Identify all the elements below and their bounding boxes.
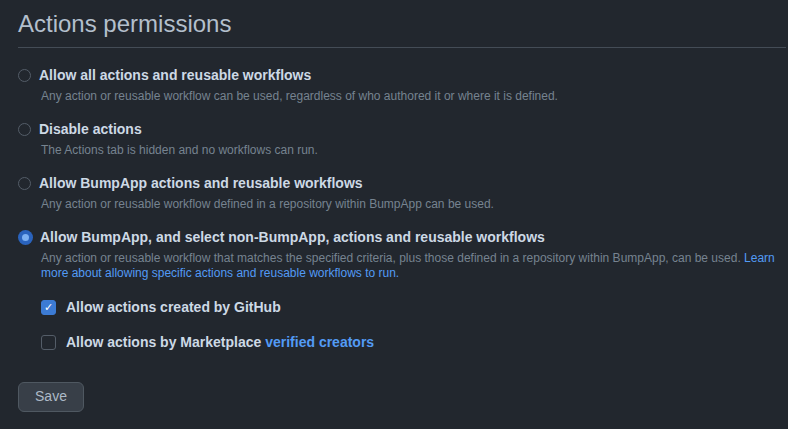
option-allow-org-actions: Allow BumpApp actions and reusable workf… (18, 175, 778, 212)
option-description: The Actions tab is hidden and no workflo… (41, 143, 778, 158)
checkbox-item-github-actions: ✓ Allow actions created by GitHub (41, 299, 778, 315)
divider (18, 47, 786, 48)
option-allow-all: Allow all actions and reusable workflows… (18, 67, 778, 104)
option-label[interactable]: Allow all actions and reusable workflows (39, 67, 311, 84)
option-label[interactable]: Allow BumpApp, and select non-BumpApp, a… (40, 229, 545, 246)
option-description: Any action or reusable workflow that mat… (41, 251, 778, 281)
radio-allow-org-actions[interactable] (18, 177, 31, 190)
checkbox-label[interactable]: Allow actions by Marketplace verified cr… (66, 334, 374, 350)
checkbox-item-marketplace-actions: Allow actions by Marketplace verified cr… (41, 334, 778, 350)
checkbox-allow-marketplace-actions[interactable] (41, 335, 56, 350)
radio-allow-select-actions[interactable] (18, 230, 33, 245)
option-label[interactable]: Allow BumpApp actions and reusable workf… (39, 175, 363, 192)
option-allow-select-actions: Allow BumpApp, and select non-BumpApp, a… (18, 229, 778, 350)
actions-permissions-panel: Actions permissions Allow all actions an… (0, 0, 788, 412)
permissions-radio-group: Allow all actions and reusable workflows… (18, 67, 778, 350)
option-disable-actions: Disable actions The Actions tab is hidde… (18, 121, 778, 158)
radio-allow-all[interactable] (18, 69, 31, 82)
checkbox-label[interactable]: Allow actions created by GitHub (66, 299, 281, 315)
checkbox-label-text: Allow actions by Marketplace (66, 334, 261, 350)
option-description-text: Any action or reusable workflow that mat… (41, 251, 741, 265)
option-description: Any action or reusable workflow can be u… (41, 89, 778, 104)
radio-disable-actions[interactable] (18, 123, 31, 136)
option-description: Any action or reusable workflow defined … (41, 197, 778, 212)
save-row: Save (18, 382, 778, 412)
save-button[interactable]: Save (18, 382, 84, 412)
page-title: Actions permissions (18, 8, 778, 40)
verified-creators-link[interactable]: verified creators (265, 334, 374, 350)
option-label[interactable]: Disable actions (39, 121, 142, 138)
checkbox-allow-github-actions[interactable]: ✓ (41, 300, 56, 315)
select-actions-checkbox-group: ✓ Allow actions created by GitHub Allow … (41, 299, 778, 350)
